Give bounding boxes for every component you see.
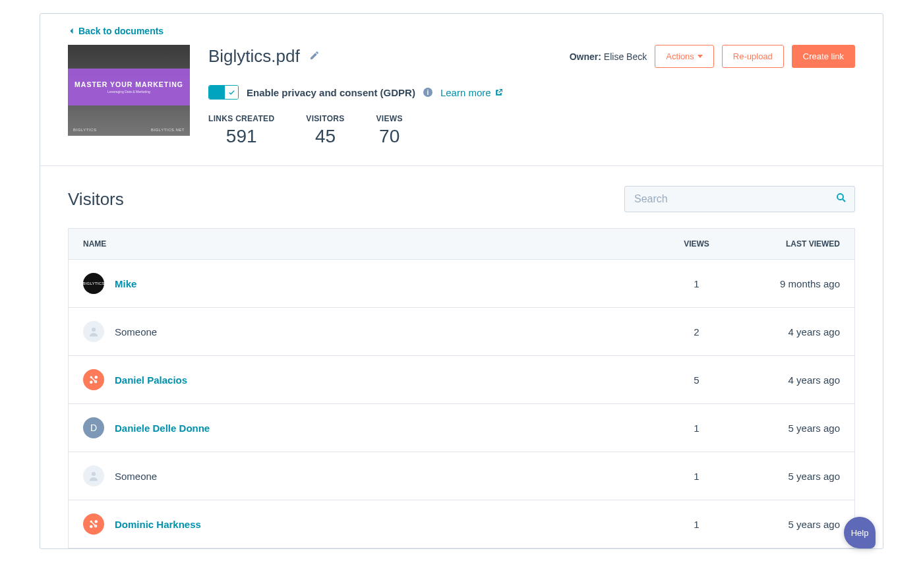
document-header: MASTER YOUR MARKETING Leveraging Data & … [40,37,883,166]
visitor-last-viewed: 4 years ago [736,308,855,356]
owner-label-group: Owner: Elise Beck [570,51,647,62]
table-row[interactable]: DDaniele Delle Donne15 years ago [69,404,855,452]
person-icon [88,326,100,338]
visitor-views: 1 [657,500,736,548]
visitor-name-link[interactable]: Daniele Delle Donne [115,423,210,434]
gdpr-label: Enable privacy and consent (GDPR) [247,87,415,98]
document-thumbnail[interactable]: MASTER YOUR MARKETING Leveraging Data & … [68,45,190,136]
avatar [83,321,104,342]
visitor-views: 1 [657,404,736,452]
svg-point-0 [837,194,843,200]
visitor-views: 5 [657,356,736,404]
visitor-name-link[interactable]: Dominic Harkness [115,519,201,530]
avatar: D [83,417,104,438]
visitor-views: 1 [657,452,736,500]
col-name[interactable]: NAME [69,229,657,260]
learn-more-link[interactable]: Learn more [440,87,503,98]
visitor-last-viewed: 9 months ago [736,260,855,308]
reupload-button[interactable]: Re-upload [722,45,784,68]
search-input[interactable] [624,186,855,212]
avatar [83,465,104,486]
chevron-left-icon [68,28,74,34]
visitor-views: 1 [657,260,736,308]
thumbnail-band: MASTER YOUR MARKETING Leveraging Data & … [68,69,190,105]
avatar [83,514,104,535]
gdpr-toggle[interactable] [208,85,239,100]
document-title: Biglytics.pdf [208,46,300,67]
visitor-last-viewed: 5 years ago [736,452,855,500]
visitor-name-link[interactable]: Mike [115,278,136,289]
edit-title-icon[interactable] [309,50,320,63]
back-link-label: Back to documents [78,26,164,36]
svg-point-2 [90,381,93,384]
back-to-documents-link[interactable]: Back to documents [40,14,164,36]
col-views[interactable]: VIEWS [657,229,736,260]
stat-links-created: LINKS CREATED 591 [208,114,274,147]
table-row[interactable]: Daniel Palacios54 years ago [69,356,855,404]
create-link-button[interactable]: Create link [792,45,855,68]
check-icon [228,89,235,96]
avatar: BIGLYTICS [83,273,104,294]
table-row[interactable]: Someone24 years ago [69,308,855,356]
info-icon[interactable]: i [423,88,432,97]
table-row[interactable]: Dominic Harkness15 years ago [69,500,855,548]
avatar [83,369,104,390]
visitor-last-viewed: 4 years ago [736,356,855,404]
sprocket-icon [88,518,100,530]
visitor-views: 2 [657,308,736,356]
caret-down-icon [698,55,703,58]
col-last-viewed[interactable]: LAST VIEWED [736,229,855,260]
svg-point-7 [90,525,93,529]
sprocket-icon [88,374,100,386]
stat-views: VIEWS 70 [376,114,403,147]
visitors-table: NAME VIEWS LAST VIEWED BIGLYTICSMike19 m… [68,228,855,548]
stat-visitors: VISITORS 45 [306,114,344,147]
person-icon [88,470,100,482]
owner-name: Elise Beck [604,51,647,62]
svg-point-3 [95,376,98,379]
svg-point-8 [95,520,98,523]
help-button[interactable]: Help [844,517,876,548]
table-row[interactable]: BIGLYTICSMike19 months ago [69,260,855,308]
visitor-name: Someone [115,471,157,482]
svg-point-1 [92,328,96,332]
visitors-title: Visitors [68,189,124,210]
svg-point-6 [92,472,96,476]
external-link-icon [494,88,503,97]
actions-button[interactable]: Actions [655,45,714,68]
visitor-name-link[interactable]: Daniel Palacios [115,374,187,386]
pencil-icon [309,50,320,61]
stats-row: LINKS CREATED 591 VISITORS 45 VIEWS 70 [208,114,855,147]
visitor-last-viewed: 5 years ago [736,500,855,548]
thumbnail-title: MASTER YOUR MARKETING [74,80,183,88]
visitor-name: Someone [115,326,157,338]
visitor-last-viewed: 5 years ago [736,404,855,452]
search-icon[interactable] [835,192,847,206]
table-row[interactable]: Someone15 years ago [69,452,855,500]
